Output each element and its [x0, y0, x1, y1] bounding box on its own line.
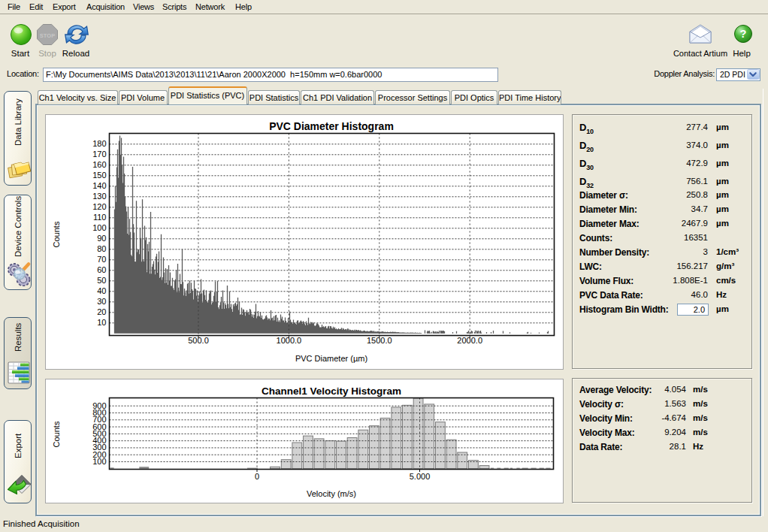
svg-text:0: 0	[255, 472, 259, 481]
svg-text:100: 100	[92, 223, 106, 232]
svg-text:5.000: 5.000	[410, 472, 431, 481]
svg-text:60: 60	[97, 265, 106, 274]
svg-text:Counts: Counts	[52, 421, 61, 447]
svg-text:130: 130	[92, 192, 106, 201]
svg-text:?: ?	[740, 28, 747, 40]
svg-text:70: 70	[97, 255, 106, 264]
svg-text:80: 80	[97, 244, 106, 253]
svg-text:1500.0: 1500.0	[367, 336, 392, 345]
svg-text:PVC Diameter Histogram: PVC Diameter Histogram	[269, 120, 394, 132]
svg-text:2000.0: 2000.0	[457, 336, 482, 345]
svg-text:160: 160	[92, 160, 106, 169]
svg-text:1000.0: 1000.0	[277, 336, 302, 345]
svg-text:120: 120	[92, 202, 106, 211]
svg-text:500.0: 500.0	[188, 336, 209, 345]
svg-text:Counts: Counts	[52, 221, 61, 247]
svg-text:180: 180	[92, 139, 106, 148]
svg-text:90: 90	[97, 234, 106, 243]
svg-text:Channel1 Velocity Histogram: Channel1 Velocity Histogram	[262, 385, 401, 397]
svg-text:900: 900	[92, 401, 106, 410]
svg-text:20: 20	[97, 307, 106, 316]
svg-text:10: 10	[97, 318, 106, 327]
svg-text:150: 150	[92, 171, 106, 180]
svg-text:40: 40	[97, 286, 106, 295]
svg-text:140: 140	[92, 181, 106, 190]
svg-text:50: 50	[97, 276, 106, 285]
svg-text:Velocity (m/s): Velocity (m/s)	[307, 489, 356, 498]
svg-text:170: 170	[92, 150, 106, 159]
svg-text:110: 110	[93, 213, 107, 222]
svg-text:30: 30	[97, 297, 106, 306]
svg-text:PVC Diameter (µm): PVC Diameter (µm)	[295, 354, 367, 363]
svg-text:STOP: STOP	[40, 32, 55, 39]
